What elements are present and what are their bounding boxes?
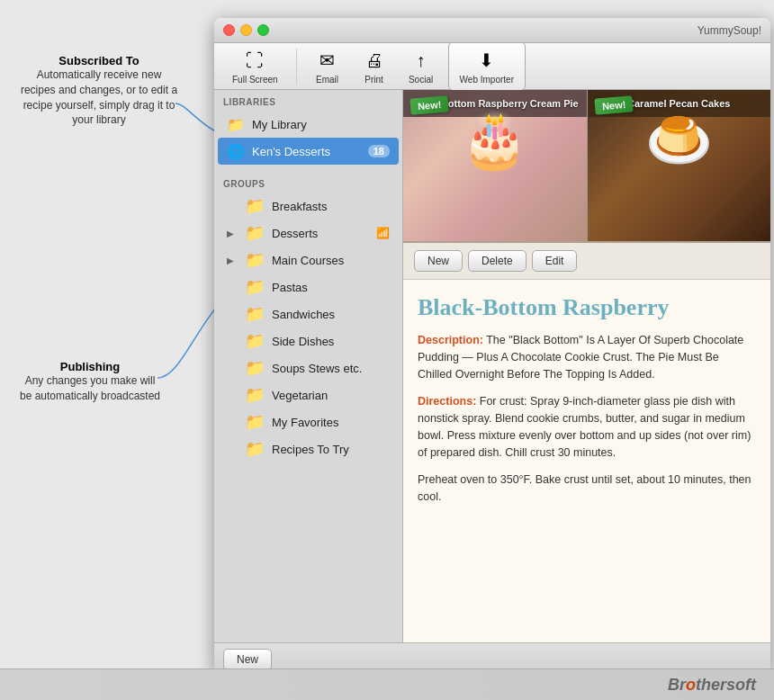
group-desserts[interactable]: ▶ 📁 Desserts 📶 — [218, 220, 399, 247]
title-bar: YummySoup! — [214, 18, 770, 43]
group-breakfasts-label: Breakfasts — [272, 200, 327, 213]
libraries-label: LIBRARIES — [214, 90, 402, 111]
toolbar-sep-1 — [296, 49, 297, 85]
group-desserts-label: Desserts — [272, 227, 318, 240]
folder-icon-main-courses: 📁 — [245, 250, 265, 270]
group-sandwiches[interactable]: 📁 Sandwiches — [218, 301, 399, 328]
edit-recipe-button[interactable]: Edit — [532, 250, 578, 272]
expand-arrow-main-courses: ▶ — [227, 256, 238, 265]
web-importer-label: Web Importer — [460, 75, 514, 85]
group-side-dishes[interactable]: 📁 Side Dishes — [218, 328, 399, 354]
folder-icon-sandwiches: 📁 — [245, 304, 265, 324]
branding-highlight: o — [686, 676, 696, 694]
folder-icon-pastas: 📁 — [245, 277, 265, 297]
groups-section: GROUPS 📁 Breakfasts ▶ 📁 Desserts 📶 ▶ 📁 M… — [214, 172, 402, 462]
recipe-thumb-caramel[interactable]: New! Caramel Pecan Cakes — [587, 90, 771, 241]
sidebar-item-my-library[interactable]: 📁 My Library — [218, 111, 399, 138]
description-label: Description: — [418, 334, 483, 346]
group-soups-stews-label: Soups Stews etc. — [272, 362, 362, 375]
group-recipes-to-try[interactable]: 📁 Recipes To Try — [218, 435, 399, 462]
publishing-body: Any changes you make will be automatical… — [18, 373, 162, 404]
web-importer-button[interactable]: ⬇ Web Importer — [448, 41, 526, 91]
group-main-courses[interactable]: ▶ 📁 Main Courses — [218, 247, 399, 274]
branding-oft: oft — [735, 676, 756, 694]
recipe-description: Description: The "Black Bottom" Is A Lay… — [418, 332, 756, 382]
print-icon: 🖨 — [362, 48, 387, 73]
folder-icon-soups-stews: 📁 — [245, 358, 265, 378]
email-button[interactable]: ✉ Email — [308, 44, 347, 88]
annotation-publishing: Publishing Any changes you make will be … — [18, 360, 162, 404]
recipe-directions: Directions: For crust: Spray 9-inch-diam… — [418, 393, 756, 461]
branding-thers: thers — [696, 676, 735, 694]
recipe-content: Black-Bottom Raspberry Description: The … — [403, 280, 770, 642]
folder-icon-desserts: 📁 — [245, 223, 265, 243]
group-breakfasts[interactable]: 📁 Breakfasts — [218, 193, 399, 220]
branding-br: Br — [668, 676, 686, 694]
folder-icon-breakfasts: 📁 — [245, 196, 265, 216]
group-sandwiches-label: Sandwiches — [272, 308, 335, 321]
print-button[interactable]: 🖨 Print — [355, 44, 394, 88]
print-label: Print — [364, 75, 383, 85]
recipe-actions: New Delete Edit — [403, 243, 770, 280]
folder-icon-recipes-to-try: 📁 — [245, 439, 265, 459]
recipe-extra-text: Preheat oven to 350°F. Bake crust until … — [418, 471, 756, 506]
group-recipes-to-try-label: Recipes To Try — [272, 443, 349, 456]
email-label: Email — [316, 75, 338, 85]
recipe-thumb-raspberry[interactable]: New! Black-Bottom Raspberry Cream Pie — [403, 90, 587, 241]
group-my-favorites[interactable]: 📁 My Favorites — [218, 408, 399, 435]
fullscreen-label: Full Screen — [232, 75, 278, 85]
branding-bar: Brothersoft — [0, 669, 774, 700]
branding-text: Brothersoft — [668, 676, 756, 695]
group-pastas[interactable]: 📁 Pastas — [218, 274, 399, 301]
recipe-main-title: Black-Bottom Raspberry — [418, 294, 756, 321]
subscribed-body: Automatically receive new recipes and ch… — [18, 67, 180, 128]
social-icon: ↑ — [409, 48, 434, 73]
group-vegetarian-label: Vegetarian — [272, 389, 328, 402]
group-my-favorites-label: My Favorites — [272, 416, 338, 429]
group-vegetarian[interactable]: 📁 Vegetarian — [218, 381, 399, 408]
publishing-title: Publishing — [18, 360, 162, 373]
kens-desserts-icon: 🌐 — [227, 142, 245, 160]
email-icon: ✉ — [315, 48, 340, 73]
folder-icon-vegetarian: 📁 — [245, 385, 265, 405]
delete-recipe-button[interactable]: Delete — [468, 250, 526, 272]
kens-desserts-badge: 18 — [368, 145, 390, 157]
main-window: YummySoup! ⛶ Full Screen ✉ Email 🖨 Print… — [214, 18, 770, 675]
social-button[interactable]: ↑ Social — [401, 44, 441, 88]
social-label: Social — [409, 75, 433, 85]
new-badge-caramel: New! — [594, 95, 634, 115]
zoom-button[interactable] — [257, 24, 269, 36]
recipe-area: New! Black-Bottom Raspberry Cream Pie Ne… — [403, 90, 770, 642]
main-content: LIBRARIES 📁 My Library 🌐 Ken's Desserts … — [214, 90, 770, 642]
my-library-icon: 📁 — [227, 115, 245, 133]
sidebar: LIBRARIES 📁 My Library 🌐 Ken's Desserts … — [214, 90, 403, 642]
window-title: YummySoup! — [698, 24, 761, 37]
group-pastas-label: Pastas — [272, 281, 308, 294]
directions-label: Directions: — [418, 395, 476, 408]
groups-label: GROUPS — [214, 172, 402, 193]
folder-icon-my-favorites: 📁 — [245, 412, 265, 432]
minimize-button[interactable] — [240, 24, 252, 36]
sidebar-item-kens-desserts[interactable]: 🌐 Ken's Desserts 18 — [218, 138, 399, 165]
web-importer-icon: ⬇ — [474, 48, 500, 73]
my-library-label: My Library — [252, 118, 390, 131]
fullscreen-icon: ⛶ — [242, 48, 267, 73]
recipe-thumbnails: New! Black-Bottom Raspberry Cream Pie Ne… — [403, 90, 770, 243]
close-button[interactable] — [223, 24, 235, 36]
toolbar: ⛶ Full Screen ✉ Email 🖨 Print ↑ Social ⬇… — [214, 43, 770, 90]
kens-desserts-label: Ken's Desserts — [252, 145, 361, 158]
new-recipe-button[interactable]: New — [414, 250, 463, 272]
group-soups-stews[interactable]: 📁 Soups Stews etc. — [218, 354, 399, 381]
group-main-courses-label: Main Courses — [272, 254, 344, 267]
annotation-subscribed: Subscribed To Automatically receive new … — [18, 54, 180, 128]
folder-icon-side-dishes: 📁 — [245, 331, 265, 351]
new-badge-raspberry: New! — [410, 95, 449, 115]
subscribed-title: Subscribed To — [18, 54, 180, 67]
group-side-dishes-label: Side Dishes — [272, 335, 334, 348]
bottom-new-button[interactable]: New — [223, 649, 272, 670]
traffic-lights — [223, 24, 269, 36]
wifi-icon-desserts: 📶 — [376, 227, 390, 239]
fullscreen-button[interactable]: ⛶ Full Screen — [225, 44, 285, 88]
expand-arrow-desserts: ▶ — [227, 229, 238, 238]
